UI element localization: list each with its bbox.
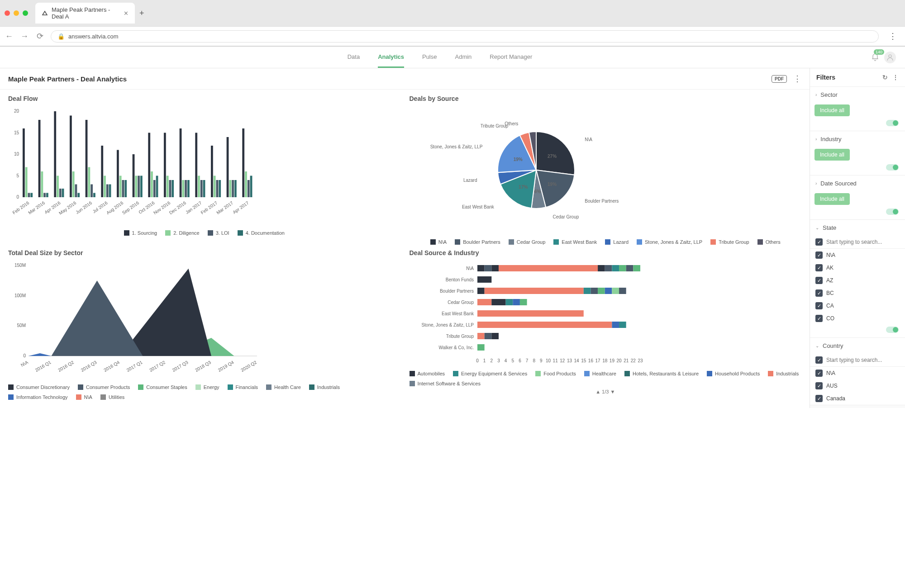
window-controls[interactable] bbox=[5, 10, 28, 16]
filter-option[interactable]: ✓AUS bbox=[810, 379, 905, 392]
filters-menu-icon[interactable]: ⋮ bbox=[892, 74, 899, 81]
legend-item[interactable]: Stone, Jones & Zaitz, LLP bbox=[637, 239, 702, 245]
legend-item[interactable]: Healthcare bbox=[584, 371, 616, 376]
legend-item[interactable]: Information Technology bbox=[8, 394, 68, 400]
svg-text:4: 4 bbox=[504, 358, 507, 363]
filter-option[interactable]: ✓N\A bbox=[810, 249, 905, 261]
filter-option[interactable]: ✓CO bbox=[810, 312, 905, 325]
filter-toggle[interactable] bbox=[886, 164, 899, 171]
legend-item[interactable]: N\A bbox=[76, 394, 92, 400]
page-title: Maple Peak Partners - Deal Analytics bbox=[8, 75, 127, 83]
svg-rect-19 bbox=[62, 189, 64, 197]
select-all-checkbox[interactable]: ✓ bbox=[815, 238, 823, 246]
reload-button[interactable]: ⟳ bbox=[35, 31, 44, 41]
legend-item[interactable]: Financials bbox=[228, 384, 258, 390]
svg-text:10: 10 bbox=[14, 152, 19, 156]
svg-text:Lazard: Lazard bbox=[463, 178, 477, 183]
filter-toggle[interactable] bbox=[886, 327, 899, 333]
filter-option[interactable]: ✓BC bbox=[810, 287, 905, 299]
filter-group-date-sourced[interactable]: ›Date Sourced bbox=[810, 175, 905, 191]
filter-search-input[interactable] bbox=[826, 239, 900, 245]
forward-button[interactable]: → bbox=[20, 32, 29, 41]
legend-item[interactable]: Tribute Group bbox=[710, 239, 749, 245]
svg-rect-128 bbox=[598, 288, 605, 294]
svg-rect-74 bbox=[234, 180, 237, 197]
address-bar[interactable]: 🔒 answers.altvia.com bbox=[51, 30, 879, 43]
filters-reset-icon[interactable]: ↻ bbox=[882, 74, 888, 81]
legend-item[interactable]: 2. Diligence bbox=[165, 230, 199, 236]
legend-item[interactable]: 3. LOI bbox=[208, 230, 229, 236]
filter-option[interactable]: ✓N\A bbox=[810, 367, 905, 379]
legend-item[interactable]: East West Bank bbox=[553, 239, 597, 245]
legend-item[interactable]: Household Products bbox=[707, 371, 760, 376]
back-button[interactable]: ← bbox=[5, 32, 14, 41]
legend-item[interactable]: Internet Software & Services bbox=[410, 381, 481, 386]
export-pdf-button[interactable]: PDF bbox=[772, 75, 787, 83]
legend-item[interactable]: Energy bbox=[195, 384, 219, 390]
nav-pulse[interactable]: Pulse bbox=[422, 47, 437, 68]
chart-title: Total Deal Size by Sector bbox=[8, 249, 400, 256]
legend-item[interactable]: 4. Documentation bbox=[238, 230, 285, 236]
legend-item[interactable]: 1. Sourcing bbox=[124, 230, 157, 236]
filter-group-country[interactable]: ⌄Country bbox=[810, 338, 905, 354]
legend-item[interactable]: Boulder Partners bbox=[455, 239, 500, 245]
legend-item[interactable]: Hotels, Restaurants & Leisure bbox=[624, 371, 699, 376]
legend-item[interactable]: Industrials bbox=[768, 371, 799, 376]
filter-option[interactable]: ✓Canada bbox=[810, 392, 905, 405]
svg-text:Benton Funds: Benton Funds bbox=[445, 277, 473, 282]
svg-text:2: 2 bbox=[490, 358, 493, 363]
legend-item[interactable]: Others bbox=[757, 239, 781, 245]
browser-menu-icon[interactable]: ⋮ bbox=[885, 29, 900, 43]
filter-group-sector[interactable]: ›Sector bbox=[810, 87, 905, 103]
legend-item[interactable]: Consumer Products bbox=[78, 384, 130, 390]
nav-report-manager[interactable]: Report Manager bbox=[490, 47, 532, 68]
svg-rect-141 bbox=[477, 322, 612, 328]
svg-text:20: 20 bbox=[14, 109, 19, 114]
svg-text:12: 12 bbox=[560, 358, 565, 363]
legend-item[interactable]: Health Care bbox=[266, 384, 301, 390]
new-tab-button[interactable]: + bbox=[139, 9, 144, 18]
filter-group-state[interactable]: ⌄State bbox=[810, 220, 905, 236]
legend-item[interactable]: Cedar Group bbox=[509, 239, 546, 245]
legend-item[interactable]: Automobiles bbox=[410, 371, 445, 376]
nav-data[interactable]: Data bbox=[348, 47, 360, 68]
filter-option[interactable]: ✓CA bbox=[810, 299, 905, 312]
svg-text:N\A: N\A bbox=[585, 137, 592, 142]
close-icon[interactable]: ✕ bbox=[124, 10, 129, 17]
user-avatar-icon[interactable] bbox=[884, 52, 896, 63]
filter-toggle[interactable] bbox=[886, 120, 899, 126]
svg-rect-66 bbox=[211, 146, 213, 197]
browser-tab[interactable]: Maple Peak Partners - Deal A ✕ bbox=[35, 3, 135, 24]
svg-rect-44 bbox=[140, 176, 143, 198]
svg-text:N\A: N\A bbox=[466, 266, 474, 271]
legend-item[interactable]: N\A bbox=[430, 239, 447, 245]
nav-analytics[interactable]: Analytics bbox=[378, 47, 404, 68]
legend-item[interactable]: Industrials bbox=[309, 384, 340, 390]
include-all-button[interactable]: Include all bbox=[814, 193, 850, 205]
filter-toggle[interactable] bbox=[886, 209, 899, 215]
select-all-checkbox[interactable]: ✓ bbox=[815, 356, 823, 364]
page-menu-icon[interactable]: ⋮ bbox=[793, 74, 801, 84]
filter-option[interactable]: ✓AZ bbox=[810, 274, 905, 287]
legend-item[interactable]: Energy Equipment & Services bbox=[453, 371, 527, 376]
chart-pager[interactable]: ▲ 1/3 ▼ bbox=[410, 389, 802, 394]
svg-text:2018 Q3: 2018 Q3 bbox=[194, 360, 212, 373]
svg-rect-119 bbox=[626, 265, 633, 271]
filter-group-industry[interactable]: ›Industry bbox=[810, 131, 905, 147]
legend-item[interactable]: Consumer Staples bbox=[138, 384, 187, 390]
svg-rect-24 bbox=[77, 193, 80, 198]
include-all-button[interactable]: Include all bbox=[814, 149, 850, 161]
filter-search-input[interactable] bbox=[826, 357, 900, 363]
svg-text:2016 Q3: 2016 Q3 bbox=[80, 360, 98, 373]
svg-rect-69 bbox=[219, 180, 221, 197]
legend-item[interactable]: Lazard bbox=[605, 239, 629, 245]
notification-bell-icon[interactable]: 140 bbox=[871, 52, 880, 62]
legend-item[interactable]: Consumer Discretionary bbox=[8, 384, 70, 390]
filter-option[interactable]: ✓AK bbox=[810, 261, 905, 274]
svg-text:Walker & Co, Inc.: Walker & Co, Inc. bbox=[438, 345, 473, 350]
legend-item[interactable]: Utilities bbox=[100, 394, 124, 400]
chart-title: Deal Source & Industry bbox=[410, 249, 802, 256]
legend-item[interactable]: Food Products bbox=[535, 371, 576, 376]
include-all-button[interactable]: Include all bbox=[814, 104, 850, 116]
nav-admin[interactable]: Admin bbox=[455, 47, 472, 68]
